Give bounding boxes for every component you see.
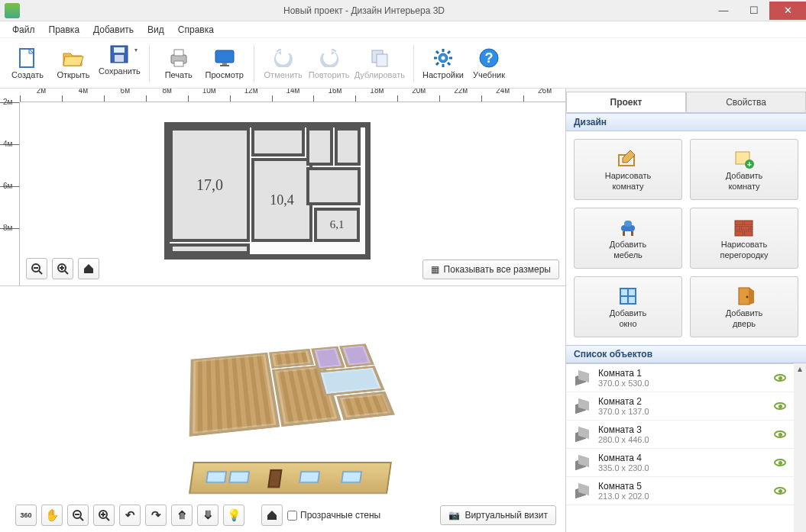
room-c[interactable]: 6,1 — [314, 208, 360, 242]
pane-3d[interactable]: 360 ✋ ↶ ↷ ⤊ ⤋ 💡 Прозрачные стены 📷 Ви — [0, 286, 565, 532]
zoom-in-button[interactable] — [52, 258, 73, 279]
tab-project[interactable]: Проект — [566, 92, 686, 112]
rotate-left-button[interactable]: ↶ — [119, 505, 141, 526]
add-room-icon: + — [731, 148, 757, 169]
tutorial-button[interactable]: ? Учебник — [468, 40, 510, 86]
main-toolbar: Создать Открыть Сохранить ▾ Печать Просм… — [0, 38, 806, 89]
lighting-button[interactable]: 💡 — [223, 505, 244, 526]
room-b[interactable]: 10,4 — [251, 158, 312, 242]
add-door-button[interactable]: Добавить дверь — [690, 276, 798, 337]
home-view-button[interactable] — [78, 258, 99, 279]
svg-rect-51 — [735, 231, 743, 236]
create-button[interactable]: Создать — [6, 40, 49, 86]
object-list[interactable]: Комната 1370.0 x 530.0Комната 2370.0 x 1… — [566, 363, 794, 532]
app-icon — [5, 3, 20, 18]
viewport: 2м4м6м8м10м12м14м16м18м20м22м24м26м 2м4м… — [0, 89, 566, 532]
object-row[interactable]: Комната 3280.0 x 446.0 — [566, 421, 794, 449]
object-dimensions: 213.0 x 202.0 — [598, 492, 766, 501]
tilt-up-button[interactable]: ⤊ — [171, 505, 193, 526]
undo-icon — [271, 47, 296, 69]
svg-rect-45 — [631, 231, 633, 236]
add-window-button[interactable]: Добавить окно — [574, 276, 682, 337]
visibility-eye-icon[interactable] — [774, 487, 786, 495]
room-small-3[interactable] — [335, 127, 361, 166]
tab-properties[interactable]: Свойства — [686, 92, 806, 112]
zoom-in-3d-button[interactable] — [93, 505, 115, 526]
pane-2d[interactable]: 2м4м6м8м10м12м14м16м18м20м22м24м26м 2м4м… — [0, 89, 565, 286]
menu-file[interactable]: Файл — [6, 23, 41, 37]
svg-rect-50 — [750, 226, 753, 231]
menu-view[interactable]: Вид — [141, 23, 170, 37]
close-button[interactable]: ✕ — [769, 2, 806, 20]
gear-icon — [431, 47, 455, 69]
separator — [149, 45, 150, 82]
camera-icon: 📷 — [448, 510, 460, 521]
visibility-eye-icon[interactable] — [774, 459, 786, 466]
open-button[interactable]: Открыть — [52, 40, 95, 86]
maximize-button[interactable]: ☐ — [739, 2, 769, 20]
home-3d-button[interactable] — [261, 505, 283, 526]
menubar: Файл Правка Добавить Вид Справка — [0, 21, 806, 38]
transparent-walls-checkbox[interactable]: Прозрачные стены — [287, 510, 380, 521]
preview-button[interactable]: Просмотр — [203, 40, 246, 86]
add-room-button[interactable]: + Добавить комнату — [690, 139, 798, 200]
object-row[interactable]: Комната 5213.0 x 202.0 — [566, 477, 794, 505]
svg-rect-52 — [744, 231, 753, 236]
room-small-2[interactable] — [306, 127, 333, 166]
pane-3d-controls: 360 ✋ ↶ ↷ ⤊ ⤋ 💡 Прозрачные стены 📷 Ви — [15, 505, 556, 526]
show-all-dimensions-button[interactable]: ▦ Показывать все размеры — [422, 260, 559, 279]
pan-button[interactable]: ✋ — [41, 505, 63, 526]
object-row[interactable]: Комната 2370.0 x 137.0 — [566, 392, 794, 421]
room-small-4[interactable] — [306, 167, 361, 205]
tilt-down-button[interactable]: ⤋ — [197, 505, 218, 526]
menu-edit[interactable]: Правка — [43, 23, 86, 37]
object-row[interactable]: Комната 4335.0 x 230.0 — [566, 449, 794, 477]
zoom-out-button[interactable] — [26, 258, 47, 279]
visibility-eye-icon[interactable] — [774, 430, 786, 438]
help-icon: ? — [477, 47, 501, 69]
svg-rect-49 — [741, 226, 749, 231]
room-small-1[interactable] — [251, 127, 305, 156]
room-cube-icon — [574, 483, 591, 498]
menu-help[interactable]: Справка — [172, 23, 220, 37]
settings-button[interactable]: Настройки — [422, 40, 465, 86]
titlebar: Новый проект - Дизайн Интерьера 3D — ☐ ✕ — [0, 0, 806, 21]
svg-rect-5 — [174, 50, 183, 56]
separator — [254, 45, 254, 82]
add-furniture-button[interactable]: Добавить мебель — [574, 208, 682, 269]
svg-rect-8 — [222, 63, 227, 65]
object-row[interactable]: Комната 1370.0 x 530.0 — [566, 364, 794, 392]
draw-room-button[interactable]: Нарисовать комнату — [574, 139, 682, 200]
scrollbar[interactable]: ▴ — [794, 363, 806, 532]
monitor-icon — [212, 47, 237, 69]
visibility-eye-icon[interactable] — [774, 374, 786, 382]
folder-open-icon — [61, 47, 86, 69]
svg-text:?: ? — [484, 50, 493, 66]
room-cube-icon — [574, 370, 591, 385]
menu-add[interactable]: Добавить — [87, 23, 140, 37]
hall-bottom[interactable] — [170, 243, 250, 254]
pencil-room-icon — [615, 148, 641, 169]
duplicate-button[interactable]: Дублировать — [354, 40, 406, 86]
undo-button[interactable]: Отменить — [262, 40, 305, 86]
render-3d[interactable] — [191, 324, 390, 469]
minimize-button[interactable]: — — [708, 2, 739, 20]
design-grid: Нарисовать комнату + Добавить комнату До… — [566, 131, 806, 345]
view-360-button[interactable]: 360 — [15, 505, 37, 526]
save-button[interactable]: Сохранить ▾ — [98, 40, 141, 86]
zoom-out-3d-button[interactable] — [67, 505, 89, 526]
rotate-right-button[interactable]: ↷ — [145, 505, 167, 526]
window-controls: — ☐ ✕ — [708, 2, 806, 20]
virtual-visit-button[interactable]: 📷 Виртуальный визит — [440, 505, 556, 525]
new-file-icon — [15, 47, 40, 69]
floor-plan[interactable]: 17,0 10,4 6,1 — [164, 122, 371, 260]
svg-rect-9 — [220, 65, 229, 66]
print-button[interactable]: Печать — [157, 40, 200, 86]
room-cube-icon — [574, 427, 591, 442]
save-icon — [107, 44, 131, 65]
visibility-eye-icon[interactable] — [774, 402, 786, 410]
room-a[interactable]: 17,0 — [170, 127, 250, 242]
main: 2м4м6м8м10м12м14м16м18м20м22м24м26м 2м4м… — [0, 89, 806, 532]
redo-button[interactable]: Повторить — [308, 40, 351, 86]
draw-wall-button[interactable]: Нарисовать перегородку — [690, 208, 798, 269]
